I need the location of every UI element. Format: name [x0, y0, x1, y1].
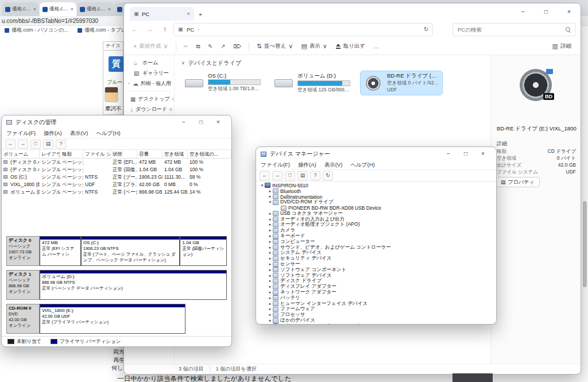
refresh-icon[interactable]: [424, 26, 428, 32]
column-header[interactable]: ファイル システム: [83, 150, 111, 158]
tree-expand-icon[interactable]: ▸: [268, 318, 273, 323]
disk-header[interactable]: ディスク 1 ベーシック 866.98 GB オンライン: [6, 270, 40, 300]
disk-header[interactable]: CD-ROM 0 DVD 42.00 GB オンライン: [6, 304, 40, 334]
view-button[interactable]: 表示: [297, 41, 330, 52]
disk-header[interactable]: ディスク 0 ベーシック 1907.73 GB オンライン: [6, 236, 40, 266]
list-view-icon[interactable]: [43, 140, 53, 149]
bookmark-item[interactable]: 価格.com - パソコンの...: [5, 26, 68, 34]
properties-button[interactable]: プロパティ: [496, 177, 540, 187]
cut-icon[interactable]: [180, 42, 192, 51]
tree-expand-icon[interactable]: ▸: [268, 189, 273, 194]
sidebar-item[interactable]: › ☁ 邦樹 - 個人用: [124, 78, 174, 88]
tree-expand-icon[interactable]: ▸: [268, 211, 273, 216]
tree-expand-icon[interactable]: ▸: [268, 240, 273, 244]
device-tree-item[interactable]: ▾ DVD/CD-ROM ドライブ: [256, 199, 496, 205]
column-header[interactable]: レイアウト: [40, 150, 60, 158]
tab-close-icon[interactable]: [71, 7, 74, 12]
search-input[interactable]: [458, 26, 562, 33]
tree-expand-icon[interactable]: ▸: [268, 312, 273, 317]
sidebar-item[interactable]: ▧ ギャラリー: [124, 68, 174, 78]
delete-icon[interactable]: [230, 42, 244, 51]
partition-block[interactable]: 1.04 GB 正常 (回復パーティション): [180, 236, 227, 266]
rename-icon[interactable]: [204, 42, 216, 51]
breadcrumb[interactable]: PC: [173, 23, 433, 36]
disk-management-titlebar[interactable]: ディスクの管理: [2, 115, 231, 129]
tree-expand-icon[interactable]: ▸: [268, 250, 273, 255]
tree-expand-icon[interactable]: ▸: [268, 279, 273, 283]
drive-tile[interactable]: BD-RE ドライブ (E:) VIXL_1800 空き領域 0 バイト/42.…: [361, 71, 442, 95]
help-icon[interactable]: [56, 140, 66, 149]
tree-expand-icon[interactable]: ▾: [268, 200, 273, 204]
browser-tab[interactable]: 価格.com: [40, 2, 76, 16]
partition-block[interactable]: 472 MB 正常 (EFI システム パーティシ: [40, 236, 81, 266]
table-row[interactable]: VIXL_1800 (E:) シンプル ベーシック UDF 正常 (プラ... …: [2, 181, 231, 188]
browser-scrollbar[interactable]: [583, 201, 587, 287]
close-button[interactable]: [474, 147, 492, 161]
tree-expand-icon[interactable]: ▸: [268, 307, 273, 311]
column-header[interactable]: 空き領域: [163, 150, 188, 158]
browser-tab[interactable]: 価格.com: [2, 2, 39, 16]
explorer-tab-pc[interactable]: PC: [130, 7, 194, 21]
tree-expand-icon[interactable]: ▸: [268, 234, 273, 238]
copy-icon[interactable]: [192, 42, 203, 51]
eject-button[interactable]: 取り出す: [332, 41, 369, 52]
tree-expand-icon[interactable]: ▸: [268, 284, 273, 289]
menu-item[interactable]: ヘルプ(H): [96, 130, 120, 137]
tree-expand-icon[interactable]: ▸: [268, 194, 273, 199]
drive-tile[interactable]: OS (C:) 空き領域 1.08 TB/1.86 TB: [181, 71, 263, 95]
maximize-button[interactable]: [535, 3, 558, 21]
help-icon[interactable]: [310, 171, 320, 180]
device-manager-titlebar[interactable]: デバイス マネージャー: [256, 147, 496, 161]
scan-hardware-icon[interactable]: [323, 171, 333, 180]
menu-item[interactable]: 表示(V): [324, 161, 343, 169]
column-header[interactable]: ボリューム: [2, 150, 40, 158]
column-header[interactable]: 容量: [137, 150, 163, 158]
table-header[interactable]: ボリューム レイアウト 種類 ファイル システム 状態 容量 空き領域 空き領域…: [2, 150, 231, 159]
tree-expand-icon[interactable]: ▸: [268, 245, 273, 250]
tree-expand-icon[interactable]: ▸: [268, 222, 273, 227]
partition-block[interactable]: ボリューム (D:) 866.98 GB NTFS 正常 (ベーシック データ …: [40, 270, 227, 300]
tree-expand-icon[interactable]: ▸: [268, 217, 273, 222]
tree-expand-icon[interactable]: ▾: [260, 183, 265, 188]
partition-block[interactable]: VIXL_1800 (E:) 42.00 GB UDF 正常 (プライマリ パー…: [40, 304, 185, 334]
sort-button[interactable]: 並べ替え: [253, 41, 297, 52]
chevron-right-icon[interactable]: ›: [128, 81, 130, 86]
forward-icon[interactable]: [272, 171, 283, 180]
tab-close-icon[interactable]: [187, 11, 190, 17]
up-icon[interactable]: [158, 23, 171, 36]
drive-tile[interactable]: ボリューム (D:) 空き領域 125 GB/866 GB: [271, 71, 353, 95]
partition-block[interactable]: OS (C:) 1906.23 GB NTFS 正常 (ブート、ページ ファイル…: [81, 236, 180, 266]
maximize-button[interactable]: [192, 115, 210, 129]
device-tree-item[interactable]: ▸ マウスとそのほかのポインティング デバイス: [256, 323, 496, 324]
breadcrumb-item[interactable]: PC: [187, 26, 194, 33]
back-icon[interactable]: [5, 140, 16, 149]
more-icon[interactable]: [370, 42, 382, 51]
minimize-button[interactable]: [175, 115, 192, 129]
tree-expand-icon[interactable]: ▸: [268, 273, 273, 278]
tree-expand-icon[interactable]: ▸: [268, 262, 273, 267]
menu-item[interactable]: ヘルプ(H): [350, 161, 374, 169]
browser-tab[interactable]: 価格.com: [77, 2, 114, 16]
minimize-button[interactable]: [512, 3, 535, 21]
device-tree-item[interactable]: ▸ Bluetooth: [256, 188, 496, 194]
tree-expand-icon[interactable]: ▸: [268, 296, 273, 300]
list-view-icon[interactable]: [297, 171, 308, 180]
tree-expand-icon[interactable]: ▸: [268, 256, 273, 261]
table-row[interactable]: (ディスク 0 パーティシ... シンプル ベーシック 正常 (EFI... 4…: [2, 159, 231, 166]
back-icon[interactable]: [260, 171, 270, 180]
table-row[interactable]: ボリューム (D) シンプル ベーシック NTFS 正常 (ベーシ... 866…: [2, 188, 231, 196]
menu-item[interactable]: 操作(A): [298, 161, 316, 169]
back-icon[interactable]: [129, 23, 141, 36]
new-tab-button[interactable]: [194, 8, 207, 21]
tree-expand-icon[interactable]: ▸: [268, 268, 273, 272]
sidebar-item[interactable]: ↓ ダウンロード: [124, 104, 174, 114]
menu-item[interactable]: ファイル(F): [261, 161, 290, 169]
tab-close-icon[interactable]: [108, 7, 111, 12]
close-button[interactable]: [210, 115, 227, 129]
sidebar-item[interactable]: ⌂ ホーム: [124, 57, 174, 68]
menu-item[interactable]: 表示(V): [70, 130, 88, 137]
column-header[interactable]: 状態: [111, 150, 137, 158]
table-row[interactable]: (ディスク 0 パーティシ... シンプル ベーシック 正常 (回復... 1.…: [2, 166, 231, 173]
search-box[interactable]: [452, 23, 576, 36]
close-button[interactable]: [558, 3, 581, 21]
